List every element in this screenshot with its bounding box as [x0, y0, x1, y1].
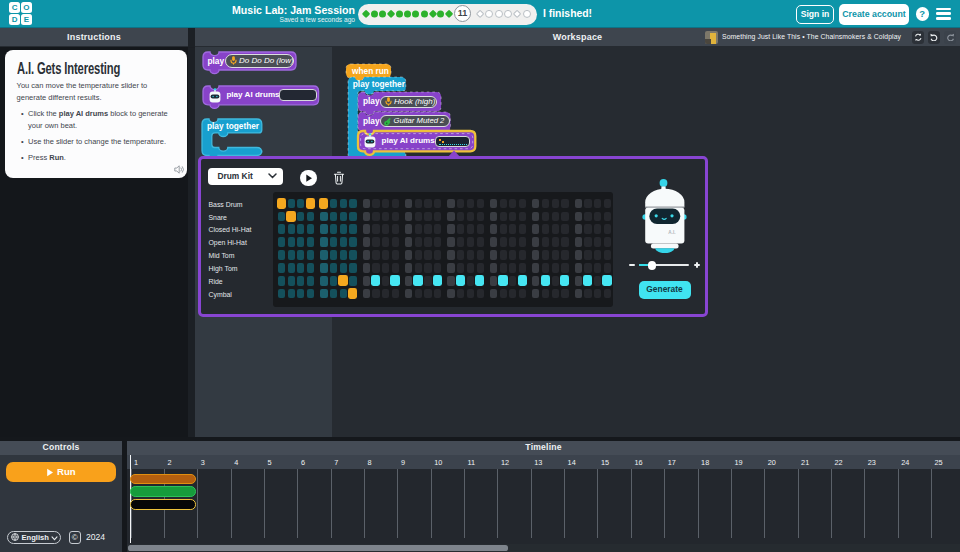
- svg-text:A.I.: A.I.: [668, 230, 675, 235]
